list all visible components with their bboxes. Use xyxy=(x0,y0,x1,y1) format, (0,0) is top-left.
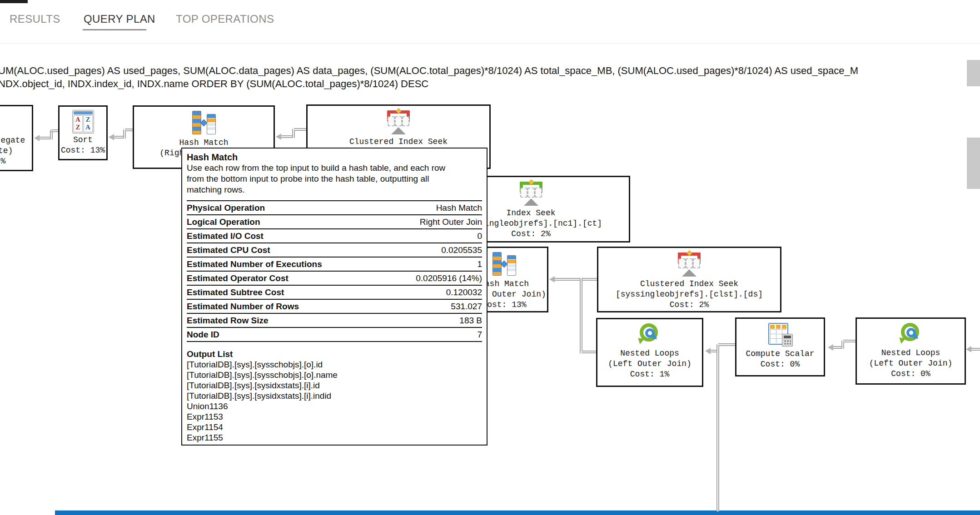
node-cost: Cost: 0% xyxy=(761,359,800,370)
output-list-item: Expr1155 xyxy=(187,432,482,443)
clustered-index-seek-icon xyxy=(383,109,413,135)
node-sublabel: (Aggregate) xyxy=(0,146,13,156)
output-list-item: [TutorialDB].[sys].[sysschobjs].[o].id xyxy=(187,359,482,370)
node-label: Sort xyxy=(73,135,93,145)
edge-segment xyxy=(718,343,735,346)
plan-node-sort[interactable]: AZ ZA Sort Cost: 13% xyxy=(58,105,108,160)
tooltip-property-row: Estimated CPU Cost0.0205535 xyxy=(187,243,482,258)
nested-loops-icon xyxy=(637,322,663,347)
node-label: Nested Loops xyxy=(620,348,679,359)
scrollbar-thumb-query[interactable] xyxy=(967,60,980,86)
edge-segment xyxy=(125,129,133,131)
node-sublabel: (Left Outer Join) xyxy=(869,358,953,369)
output-list-item: Union1136 xyxy=(187,401,482,411)
plan-node-nested-loops-1[interactable]: Nested Loops (Left Outer Join) Cost: 1% xyxy=(596,318,703,387)
edge-arrowhead xyxy=(828,344,833,351)
tooltip-property-row: Estimated Row Size183 B xyxy=(187,314,482,328)
node-cost: Cost: 13% xyxy=(482,300,526,310)
node-label: Stream Aggregate xyxy=(0,135,25,146)
tooltip-property-row: Node ID7 xyxy=(187,328,482,342)
node-sublabel: (Left Outer Join) xyxy=(608,359,691,369)
node-label: Hash Match xyxy=(179,138,228,148)
sql-query-line-2: NDX.object_id, INDX.index_id, INDX.name … xyxy=(0,78,428,90)
plan-node-compute-scalar[interactable]: Compute Scalar Cost: 0% xyxy=(735,317,825,376)
output-list-item: [TutorialDB].[sys].[sysidxstats].[i].ind… xyxy=(187,391,482,401)
tab-query-plan[interactable]: QUERY PLAN xyxy=(84,13,155,25)
compute-scalar-icon xyxy=(766,322,794,347)
edge-arrowhead xyxy=(705,348,711,354)
tooltip-title: Hash Match xyxy=(187,152,482,163)
tooltip-property-row: Estimated Number of Rows531.027 xyxy=(187,300,482,314)
node-cost: Cost: 2% xyxy=(670,300,709,310)
operator-tooltip: Hash Match Use each row from the top inp… xyxy=(181,148,488,446)
output-list-item: Expr1153 xyxy=(187,411,482,422)
tooltip-property-row: Physical OperationHash Match xyxy=(187,200,482,215)
tooltip-property-row: Estimated I/O Cost0 xyxy=(187,229,482,243)
node-sublabel: [syssingleobjrefs].[clst].[ds] xyxy=(616,289,763,300)
node-label: Clustered Index Seek xyxy=(640,279,738,289)
tab-bar: RESULTS QUERY PLAN TOP OPERATIONS xyxy=(0,0,980,44)
tooltip-description: Use each row from the top input to build… xyxy=(187,163,459,195)
tooltip-property-row: Logical OperationRight Outer Join xyxy=(187,215,482,229)
edge-segment xyxy=(716,344,719,511)
query-plan-screen: RESULTS QUERY PLAN TOP OPERATIONS UM(ALO… xyxy=(0,0,980,515)
tooltip-property-row: Estimated Number of Executions1 xyxy=(187,258,482,272)
output-list-item: Expr1154 xyxy=(187,422,482,432)
index-seek-icon xyxy=(516,180,546,207)
tooltip-property-row: Estimated Operator Cost0.0205916 (14%) xyxy=(187,272,482,286)
bottom-accent-bar xyxy=(55,510,980,515)
scrollbar-thumb-plan[interactable] xyxy=(967,138,980,189)
tooltip-output-list: Output List [TutorialDB].[sys].[sysschob… xyxy=(187,349,482,443)
node-label: Nested Loops xyxy=(881,348,940,358)
edge-arrowhead xyxy=(549,276,555,282)
hash-match-icon xyxy=(490,251,519,277)
tooltip-properties: Physical OperationHash Match Logical Ope… xyxy=(187,200,482,342)
node-cost: Cost: 0% xyxy=(891,369,930,379)
output-list-title: Output List xyxy=(187,349,482,359)
node-cost: Cost: 2% xyxy=(511,229,550,239)
edge-segment xyxy=(582,351,596,353)
sql-query-line-1: UM(ALOC.used_pages) AS used_pages, SUM(A… xyxy=(0,65,858,77)
output-list-item: [TutorialDB].[sys].[sysschobjs].[o].name xyxy=(187,370,482,380)
sort-icon: AZ ZA xyxy=(72,110,94,134)
tooltip-property-row: Estimated Subtree Cost0.120032 xyxy=(187,286,482,300)
edge-segment xyxy=(971,348,980,351)
edge-arrowhead xyxy=(276,134,281,140)
tab-top-operations[interactable]: TOP OPERATIONS xyxy=(176,13,274,25)
node-cost: Cost: 13% xyxy=(61,145,105,156)
node-cost: Cost: 1% xyxy=(630,369,669,380)
clustered-index-seek-icon xyxy=(674,251,704,277)
plan-node-stream-aggregate[interactable]: Stream Aggregate (Aggregate) Cost: 0% xyxy=(0,105,33,171)
output-list-item: [TutorialDB].[sys].[sysidxstats].[i].id xyxy=(187,380,482,391)
top-left-divider xyxy=(0,0,28,3)
edge-arrowhead xyxy=(966,346,971,352)
edge-segment xyxy=(294,128,306,131)
node-label: Clustered Index Seek xyxy=(349,137,448,147)
edge-arrowhead xyxy=(109,134,114,140)
tab-results[interactable]: RESULTS xyxy=(10,13,60,25)
node-cost: Cost: 0% xyxy=(0,156,5,167)
edge-arrowhead xyxy=(34,135,40,141)
plan-node-clustered-index-seek-2[interactable]: Clustered Index Seek [syssingleobjrefs].… xyxy=(597,247,781,312)
node-label: Index Seek xyxy=(506,208,555,218)
plan-node-nested-loops-2[interactable]: Nested Loops (Left Outer Join) Cost: 0% xyxy=(856,317,966,385)
node-label: Compute Scalar xyxy=(746,349,814,359)
nested-loops-icon xyxy=(898,322,924,347)
edge-segment xyxy=(555,278,597,281)
edge-segment xyxy=(843,340,856,342)
edge-segment xyxy=(51,129,58,132)
hash-match-icon xyxy=(189,110,219,136)
edge-segment xyxy=(580,278,582,353)
active-tab-underline xyxy=(83,29,146,30)
